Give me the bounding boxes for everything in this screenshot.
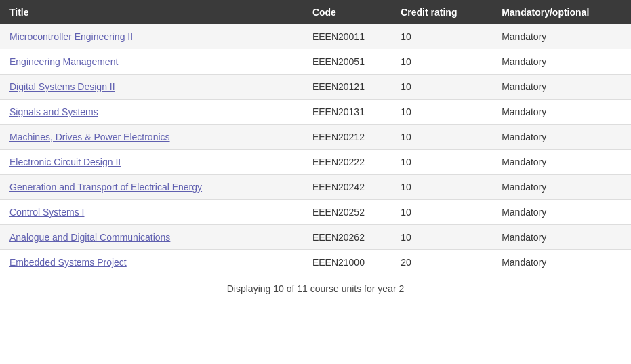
header-mandatory: Mandatory/optional	[492, 0, 631, 24]
course-link[interactable]: Generation and Transport of Electrical E…	[9, 182, 202, 193]
table-row: Engineering ManagementEEEN2005110Mandato…	[0, 49, 631, 75]
cell-title: Embedded Systems Project	[0, 250, 303, 275]
cell-credit: 10	[391, 24, 492, 49]
cell-mandatory: Mandatory	[492, 100, 631, 125]
cell-mandatory: Mandatory	[492, 250, 631, 275]
header-title: Title	[0, 0, 303, 24]
cell-credit: 10	[391, 225, 492, 250]
cell-credit: 10	[391, 150, 492, 175]
cell-credit: 10	[391, 75, 492, 100]
cell-mandatory: Mandatory	[492, 75, 631, 100]
table-row: Electronic Circuit Design IIEEEN2022210M…	[0, 150, 631, 175]
cell-title: Engineering Management	[0, 49, 303, 75]
table-row: Embedded Systems ProjectEEEN2100020Manda…	[0, 250, 631, 275]
course-link[interactable]: Analogue and Digital Communications	[9, 232, 170, 243]
cell-code: EEEN20222	[303, 150, 391, 175]
course-link[interactable]: Machines, Drives & Power Electronics	[9, 132, 170, 142]
cell-code: EEEN20121	[303, 75, 391, 100]
course-link[interactable]: Electronic Circuit Design II	[9, 157, 121, 167]
table-header-row: Title Code Credit rating Mandatory/optio…	[0, 0, 631, 24]
course-link[interactable]: Control Systems I	[9, 207, 84, 218]
cell-credit: 10	[391, 200, 492, 225]
cell-mandatory: Mandatory	[492, 150, 631, 175]
header-credit: Credit rating	[391, 0, 492, 24]
cell-title: Control Systems I	[0, 200, 303, 225]
cell-mandatory: Mandatory	[492, 225, 631, 250]
cell-code: EEEN20212	[303, 125, 391, 150]
cell-title: Electronic Circuit Design II	[0, 150, 303, 175]
table-row: Signals and SystemsEEEN2013110Mandatory	[0, 100, 631, 125]
cell-credit: 20	[391, 250, 492, 275]
cell-credit: 10	[391, 125, 492, 150]
cell-code: EEEN20262	[303, 225, 391, 250]
cell-mandatory: Mandatory	[492, 49, 631, 75]
table-row: Microcontroller Engineering IIEEEN200111…	[0, 24, 631, 49]
cell-code: EEEN20051	[303, 49, 391, 75]
table-row: Generation and Transport of Electrical E…	[0, 175, 631, 200]
cell-mandatory: Mandatory	[492, 200, 631, 225]
cell-title: Generation and Transport of Electrical E…	[0, 175, 303, 200]
cell-mandatory: Mandatory	[492, 125, 631, 150]
cell-title: Machines, Drives & Power Electronics	[0, 125, 303, 150]
course-link[interactable]: Signals and Systems	[9, 106, 98, 117]
cell-title: Digital Systems Design II	[0, 75, 303, 100]
cell-credit: 10	[391, 175, 492, 200]
cell-title: Analogue and Digital Communications	[0, 225, 303, 250]
header-code: Code	[303, 0, 391, 24]
course-link[interactable]: Embedded Systems Project	[9, 257, 127, 268]
cell-title: Microcontroller Engineering II	[0, 24, 303, 49]
table-footer: Displaying 10 of 11 course units for yea…	[0, 275, 631, 302]
table-row: Control Systems IEEEN2025210Mandatory	[0, 200, 631, 225]
cell-credit: 10	[391, 100, 492, 125]
cell-code: EEEN21000	[303, 250, 391, 275]
cell-code: EEEN20242	[303, 175, 391, 200]
cell-mandatory: Mandatory	[492, 24, 631, 49]
cell-code: EEEN20011	[303, 24, 391, 49]
course-link[interactable]: Engineering Management	[9, 56, 118, 67]
table-row: Digital Systems Design IIEEEN2012110Mand…	[0, 75, 631, 100]
table-row: Machines, Drives & Power ElectronicsEEEN…	[0, 125, 631, 150]
table-row: Analogue and Digital CommunicationsEEEN2…	[0, 225, 631, 250]
cell-mandatory: Mandatory	[492, 175, 631, 200]
cell-code: EEEN20131	[303, 100, 391, 125]
cell-credit: 10	[391, 49, 492, 75]
course-table: Title Code Credit rating Mandatory/optio…	[0, 0, 631, 275]
course-table-container: Title Code Credit rating Mandatory/optio…	[0, 0, 631, 302]
course-link[interactable]: Microcontroller Engineering II	[9, 31, 133, 42]
cell-title: Signals and Systems	[0, 100, 303, 125]
cell-code: EEEN20252	[303, 200, 391, 225]
course-link[interactable]: Digital Systems Design II	[9, 81, 115, 92]
